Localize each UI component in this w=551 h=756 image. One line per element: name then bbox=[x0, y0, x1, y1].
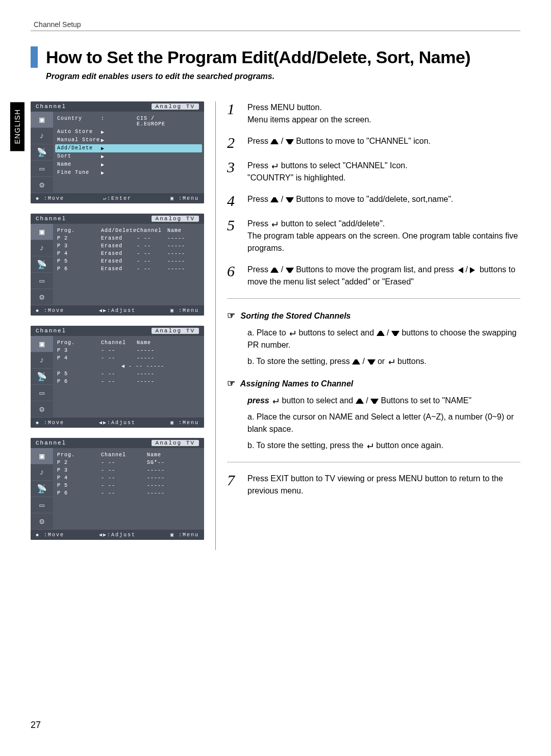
sort-b-post: buttons. bbox=[397, 357, 427, 366]
picture-icon: ▣ bbox=[31, 224, 53, 240]
subtitle: Program edit enables users to edit the s… bbox=[46, 72, 520, 81]
vertical-divider bbox=[215, 101, 216, 550]
step-number: 2 bbox=[227, 135, 247, 150]
step-number: 1 bbox=[227, 101, 247, 126]
setup-icon: ⚙ bbox=[31, 401, 53, 418]
osd-menu-row: Name▶ bbox=[55, 161, 202, 169]
footer-move: ◆ :Move bbox=[36, 532, 64, 538]
footer-adjust: ◀▶:Adjust bbox=[99, 420, 136, 426]
osd-channel-menu: Channel Analog TV ▣ ♪ 📡 ▭ ⚙ Country:CIS … bbox=[31, 101, 204, 203]
feature-icon: ▭ bbox=[31, 273, 53, 289]
table-header: Prog.ChannelName bbox=[55, 451, 202, 459]
picture-icon: ▣ bbox=[31, 112, 53, 128]
channel-icon: 📡 bbox=[31, 369, 53, 385]
osd-mode: Analog TV bbox=[152, 328, 199, 334]
swap-row: ◀ - -- ----- bbox=[55, 362, 202, 370]
down-arrow-icon bbox=[286, 197, 294, 202]
sort-b-pre: b. To store the setting, press bbox=[247, 357, 352, 366]
step-7-text: Press EXIT button to TV viewing or press… bbox=[247, 474, 503, 495]
sound-icon: ♪ bbox=[31, 352, 53, 369]
sort-a-pre: a. Place to bbox=[247, 328, 288, 337]
footer-menu: ▣ :Menu bbox=[170, 195, 199, 201]
step-6: 6 Press / Buttons to move the program li… bbox=[227, 264, 520, 288]
step-7: 7 Press EXIT button to TV viewing or pre… bbox=[227, 473, 520, 497]
step-2: 2 Press / Buttons to move to "CHANNEL" i… bbox=[227, 135, 520, 150]
title-block: How to Set the Program Edit(Add/Delete, … bbox=[31, 46, 520, 81]
step-4-post: Buttons to move to "add/delete, sort,nam… bbox=[296, 195, 453, 203]
assign-b-pre: b. To store the setting, press the bbox=[247, 441, 366, 450]
page-title: How to Set the Program Edit(Add/Delete, … bbox=[46, 47, 470, 67]
step-3b: "COUNTRY" is highlighted. bbox=[247, 173, 345, 182]
assign-head-text: Assigning Names to Channel bbox=[240, 379, 353, 388]
step-3a-post: buttons to select "CHANNEL" Icon. bbox=[281, 161, 408, 170]
table-row: P 6- ------- bbox=[55, 489, 202, 497]
sound-icon: ♪ bbox=[31, 464, 53, 481]
osd-menu-row: Add/Delete▶ bbox=[55, 144, 202, 152]
up-arrow-icon bbox=[270, 268, 279, 273]
footer-enter: ↵:Enter bbox=[103, 195, 132, 201]
step-4: 4 Press / Buttons to move to "add/delete… bbox=[227, 193, 520, 208]
table-row: P 2- --SG*-- bbox=[55, 459, 202, 466]
table-header: Prog.ChannelName bbox=[55, 339, 202, 347]
osd-title: Channel bbox=[36, 103, 66, 110]
left-arrow-icon bbox=[456, 267, 463, 273]
osd-menu-row: Manual Store▶ bbox=[55, 136, 202, 144]
down-arrow-icon bbox=[391, 331, 399, 336]
table-row: P 5- ------- bbox=[55, 370, 202, 378]
rule bbox=[31, 31, 520, 31]
osd-sort: Channel Analog TV ▣ ♪ 📡 ▭ ⚙ Prog.Channel… bbox=[31, 326, 204, 428]
step-number: 7 bbox=[227, 473, 247, 497]
step-2-pre: Press bbox=[247, 137, 270, 145]
enter-icon bbox=[288, 327, 296, 339]
osd-title: Channel bbox=[36, 328, 66, 334]
osd-name: Channel Analog TV ▣ ♪ 📡 ▭ ⚙ Prog.Channel… bbox=[31, 438, 204, 540]
enter-icon bbox=[271, 395, 280, 407]
assign-press: press button to select and / Buttons to … bbox=[247, 395, 520, 407]
step-1: 1 Press MENU button. Menu items appear o… bbox=[227, 101, 520, 126]
table-row: P 6Erased- ------- bbox=[55, 265, 202, 273]
assign-b: b. To store the setting, press the butto… bbox=[247, 439, 520, 452]
note-icon: ☞ bbox=[227, 377, 235, 390]
osd-add-delete: Channel Analog TV ▣ ♪ 📡 ▭ ⚙ Prog.Add/Del… bbox=[31, 214, 204, 316]
osd-mode: Analog TV bbox=[152, 103, 199, 110]
down-arrow-icon bbox=[370, 399, 379, 404]
table-row: P 3- ------- bbox=[55, 466, 202, 474]
table-row: P 2Erased- ------- bbox=[55, 234, 202, 242]
step-number: 3 bbox=[227, 160, 247, 184]
footer-move: ◆ :Move bbox=[36, 307, 64, 314]
enter-icon bbox=[270, 218, 279, 230]
footer-menu: ▣ :Menu bbox=[170, 420, 199, 426]
sort-a-mid: buttons to select and bbox=[299, 328, 377, 337]
step-number: 4 bbox=[227, 193, 247, 208]
table-row: P 4Erased- ------- bbox=[55, 250, 202, 257]
rule bbox=[227, 462, 520, 462]
assign-press-mid: button to select and bbox=[282, 396, 356, 405]
channel-icon: 📡 bbox=[31, 144, 53, 161]
sorting-head-text: Sorting the Stored Channels bbox=[240, 311, 350, 320]
osd-title: Channel bbox=[36, 440, 66, 446]
footer-menu: ▣ :Menu bbox=[170, 532, 199, 538]
sort-b-mid: or bbox=[378, 357, 387, 366]
assign-press-post: Buttons to set to "NAME" bbox=[381, 396, 472, 405]
enter-icon bbox=[270, 160, 279, 172]
osd-mode: Analog TV bbox=[152, 440, 199, 446]
step-6-mid: Buttons to move the program list, and pr… bbox=[296, 265, 456, 274]
up-arrow-icon bbox=[352, 359, 360, 364]
up-arrow-icon bbox=[270, 139, 279, 144]
step-number: 5 bbox=[227, 218, 247, 254]
osd-menu-row: Fine Tune▶ bbox=[55, 169, 202, 177]
osd-title: Channel bbox=[36, 216, 66, 222]
setup-icon: ⚙ bbox=[31, 513, 53, 530]
footer-move: ◆ :Move bbox=[36, 195, 64, 201]
sound-icon: ♪ bbox=[31, 240, 53, 256]
table-row: P 5- ------- bbox=[55, 482, 202, 489]
assign-a: a. Place the cursor on NAME and Select a… bbox=[247, 411, 520, 435]
feature-icon: ▭ bbox=[31, 497, 53, 513]
assign-press-pre: press bbox=[247, 396, 271, 405]
channel-icon: 📡 bbox=[31, 481, 53, 497]
sort-b: b. To store the setting, press / or butt… bbox=[247, 355, 520, 368]
step-5a-post: button to select "add/delete". bbox=[281, 219, 385, 228]
osd-menu-row: Country:CIS / E.EUROPE bbox=[55, 115, 202, 128]
table-row: P 3- ------- bbox=[55, 347, 202, 354]
step-1-line2: Menu items appear on the screen. bbox=[247, 115, 371, 124]
